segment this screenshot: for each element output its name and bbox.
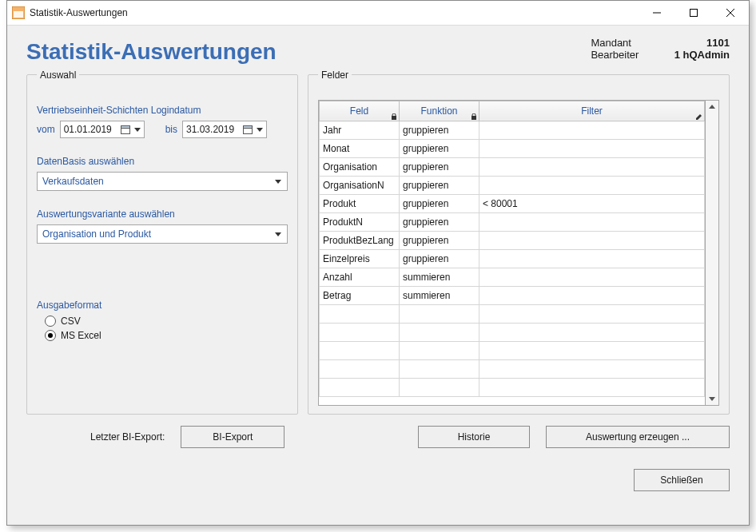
bi-export-button[interactable]: BI-Export: [181, 426, 284, 448]
cell-funktion[interactable]: gruppieren: [400, 194, 479, 212]
bearbeiter-label: Bearbeiter: [591, 49, 655, 61]
svg-marker-18: [709, 397, 715, 401]
lock-icon: [471, 113, 477, 120]
radio-msexcel-label: MS Excel: [61, 330, 101, 341]
cell-funktion[interactable]: gruppieren: [400, 212, 479, 231]
table-row-empty[interactable]: [320, 359, 705, 378]
cell-feld[interactable]: Produkt: [320, 194, 400, 212]
vom-label: vom: [37, 124, 55, 135]
mandant-label: Mandant: [591, 37, 655, 49]
vertical-scrollbar[interactable]: [706, 100, 719, 406]
svg-marker-17: [709, 105, 715, 109]
schliessen-button[interactable]: Schließen: [634, 469, 730, 491]
historie-button[interactable]: Historie: [418, 426, 530, 448]
radio-msexcel[interactable]: MS Excel: [45, 330, 288, 341]
cell-filter[interactable]: < 80001: [479, 194, 705, 212]
cell-funktion[interactable]: summieren: [400, 268, 479, 286]
window-title: Statistik-Auswertungen: [30, 7, 639, 18]
chevron-down-icon[interactable]: [133, 126, 142, 133]
cell-funktion[interactable]: gruppieren: [400, 249, 479, 268]
window: Statistik-Auswertungen Statistik-Auswert…: [6, 0, 750, 526]
cell-funktion[interactable]: gruppieren: [400, 176, 479, 194]
cell-feld[interactable]: Monat: [320, 139, 400, 157]
felder-table[interactable]: Feld Funktion: [318, 100, 706, 406]
cell-filter[interactable]: [479, 176, 705, 194]
svg-marker-16: [696, 114, 702, 120]
close-button[interactable]: [712, 1, 749, 25]
auswahl-group: Auswahl Vertriebseinheit-Schichten Login…: [26, 69, 298, 415]
chevron-down-icon[interactable]: [273, 178, 284, 185]
calendar-icon[interactable]: [241, 125, 255, 134]
table-row[interactable]: Jahrgruppieren: [320, 121, 705, 139]
table-row[interactable]: Organisationgruppieren: [320, 157, 705, 176]
chevron-down-icon[interactable]: [273, 231, 284, 237]
cell-feld[interactable]: Jahr: [320, 121, 400, 139]
datenbasis-combo[interactable]: Verkaufsdaten: [37, 172, 288, 191]
auswertung-button[interactable]: Auswertung erzeugen ...: [546, 426, 730, 448]
bis-label: bis: [165, 124, 177, 135]
cell-filter[interactable]: [479, 157, 705, 176]
col-header-funktion[interactable]: Funktion: [400, 101, 479, 121]
svg-rect-3: [690, 10, 698, 17]
svg-rect-1: [14, 11, 23, 18]
table-row[interactable]: OrganisationNgruppieren: [320, 176, 705, 194]
table-row-empty[interactable]: [320, 323, 705, 341]
table-row-empty[interactable]: [320, 341, 705, 359]
calendar-icon[interactable]: [118, 125, 133, 134]
cell-filter[interactable]: [479, 121, 705, 139]
cell-feld[interactable]: Organisation: [320, 157, 400, 176]
title-bar: Statistik-Auswertungen: [7, 1, 749, 26]
scroll-up-button[interactable]: [706, 101, 718, 113]
cell-feld[interactable]: ProduktN: [320, 212, 400, 231]
table-row[interactable]: ProduktBezLanggruppieren: [320, 231, 705, 249]
cell-filter[interactable]: [479, 212, 705, 231]
table-row-empty[interactable]: [320, 378, 705, 396]
minimize-button[interactable]: [639, 1, 675, 25]
svg-rect-14: [392, 116, 396, 120]
cell-filter[interactable]: [479, 249, 705, 268]
cell-filter[interactable]: [479, 231, 705, 249]
chevron-down-icon[interactable]: [255, 126, 265, 133]
table-row[interactable]: Betragsummieren: [320, 286, 705, 304]
table-row[interactable]: Einzelpreisgruppieren: [320, 249, 705, 268]
cell-feld[interactable]: Anzahl: [320, 268, 400, 286]
cell-funktion[interactable]: summieren: [400, 286, 479, 304]
radio-csv-label: CSV: [61, 316, 81, 327]
pencil-icon: [696, 113, 702, 120]
cell-funktion[interactable]: gruppieren: [400, 121, 479, 139]
mandant-value: 1101: [658, 37, 730, 49]
scroll-down-button[interactable]: [706, 392, 718, 405]
table-row[interactable]: ProduktNgruppieren: [320, 212, 705, 231]
cell-feld[interactable]: OrganisationN: [320, 176, 400, 194]
page-title: Statistik-Auswertungen: [26, 34, 591, 65]
bis-date-input[interactable]: 31.03.2019: [182, 121, 267, 138]
cell-funktion[interactable]: gruppieren: [400, 231, 479, 249]
datenbasis-label: DatenBasis auswählen: [37, 156, 288, 167]
variante-combo[interactable]: Organisation und Produkt: [37, 224, 288, 244]
bearbeiter-value: 1 hQAdmin: [658, 49, 730, 61]
cell-feld[interactable]: Betrag: [320, 286, 400, 304]
table-row[interactable]: Anzahlsummieren: [320, 268, 705, 286]
maximize-button[interactable]: [675, 1, 712, 25]
col-header-feld[interactable]: Feld: [320, 101, 400, 121]
scroll-track[interactable]: [706, 113, 718, 392]
svg-rect-10: [244, 125, 253, 128]
vom-date-input[interactable]: 01.01.2019: [60, 121, 145, 138]
ausgabeformat-label: Ausgabeformat: [37, 300, 288, 311]
cell-filter[interactable]: [479, 286, 705, 304]
radio-icon: [45, 330, 56, 341]
table-row[interactable]: Monatgruppieren: [320, 139, 705, 157]
cell-funktion[interactable]: gruppieren: [400, 157, 479, 176]
felder-group: Felder Feld: [308, 69, 730, 415]
table-row[interactable]: Produktgruppieren< 80001: [320, 194, 705, 212]
svg-marker-8: [134, 128, 141, 132]
cell-feld[interactable]: Einzelpreis: [320, 249, 400, 268]
cell-feld[interactable]: ProduktBezLang: [320, 231, 400, 249]
col-header-filter[interactable]: Filter: [479, 101, 705, 121]
radio-csv[interactable]: CSV: [45, 316, 288, 327]
cell-filter[interactable]: [479, 268, 705, 286]
felder-legend: Felder: [318, 69, 352, 81]
cell-funktion[interactable]: gruppieren: [400, 139, 479, 157]
table-row-empty[interactable]: [320, 304, 705, 323]
cell-filter[interactable]: [479, 139, 705, 157]
